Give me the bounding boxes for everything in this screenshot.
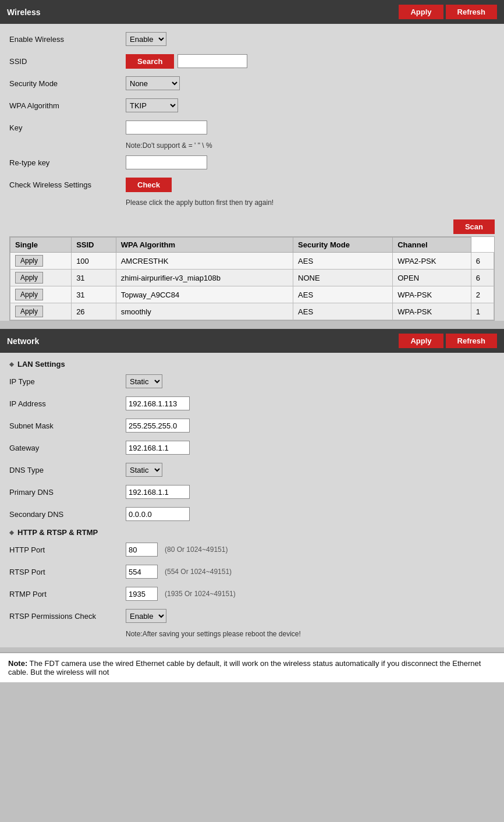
key-note: Note:Do't support & = ' " \ % xyxy=(126,141,495,150)
ssid-label: SSID xyxy=(9,57,126,66)
wpa-algorithm-label: WPA Algorithm xyxy=(9,101,126,110)
wireless-header: Wireless Apply Refresh xyxy=(0,0,504,24)
apply-cell: Apply xyxy=(10,303,72,320)
search-button[interactable]: Search xyxy=(126,54,174,69)
ssid-input[interactable] xyxy=(178,54,247,68)
scan-header: Scan xyxy=(9,217,495,236)
single-cell: 100 xyxy=(72,253,116,270)
retype-key-label: Re-type key xyxy=(9,158,126,167)
check-button[interactable]: Check xyxy=(126,178,172,192)
ip-address-row: IP Address xyxy=(9,395,495,412)
gateway-input[interactable] xyxy=(126,441,190,455)
network-title: Network xyxy=(7,336,39,346)
wireless-panel: Wireless Apply Refresh Enable Wireless E… xyxy=(0,0,504,321)
security-cell: OPEN xyxy=(393,270,471,286)
subnet-mask-label: Subnet Mask xyxy=(9,421,126,430)
dns-type-control: Static DHCP xyxy=(126,463,162,477)
apply-cell: Apply xyxy=(10,286,72,303)
single-cell: 31 xyxy=(72,286,116,303)
ip-address-label: IP Address xyxy=(9,399,126,408)
subnet-mask-input[interactable] xyxy=(126,419,190,433)
col-security: Security Mode xyxy=(293,238,393,253)
wpa-cell: AES xyxy=(293,286,393,303)
wpa-algorithm-select[interactable]: TKIP AES TKIP&AES xyxy=(126,98,178,112)
ssid-control: Search xyxy=(126,54,247,69)
col-single: Single xyxy=(10,238,72,253)
network-header: Network Apply Refresh xyxy=(0,329,504,353)
security-mode-row: Security Mode None WPA-PSK WPA2-PSK xyxy=(9,75,495,91)
ssid-row: SSID Search xyxy=(9,53,495,69)
channel-cell: 2 xyxy=(471,286,494,303)
scan-button[interactable]: Scan xyxy=(453,219,495,234)
ip-type-row: IP Type Static DHCP xyxy=(9,373,495,389)
wireless-header-buttons: Apply Refresh xyxy=(399,5,497,19)
rtsp-perm-select[interactable]: Enable Disable xyxy=(126,609,166,623)
enable-wireless-select[interactable]: Enable Disable xyxy=(126,32,166,46)
single-cell: 31 xyxy=(72,270,116,286)
secondary-dns-control xyxy=(126,507,190,521)
rtsp-port-input[interactable] xyxy=(126,565,158,579)
ip-address-input[interactable] xyxy=(126,396,190,410)
enable-wireless-row: Enable Wireless Enable Disable xyxy=(9,31,495,47)
http-port-row: HTTP Port (80 Or 1024~49151) xyxy=(9,541,495,558)
retype-key-control xyxy=(126,155,207,169)
bottom-note-text: The FDT camera use the wired Ethernet ca… xyxy=(8,659,481,676)
apply-row-button[interactable]: Apply xyxy=(15,306,43,317)
secondary-dns-label: Secondary DNS xyxy=(9,510,126,519)
bottom-note-bold: Note: xyxy=(8,659,27,668)
http-port-control: (80 Or 1024~49151) xyxy=(126,543,228,557)
rtmp-port-input[interactable] xyxy=(126,587,158,601)
wireless-refresh-button[interactable]: Refresh xyxy=(446,5,497,19)
gateway-control xyxy=(126,441,190,455)
ssid-cell: AMCRESTHK xyxy=(116,253,293,270)
network-note: Note:After saving your settings please r… xyxy=(126,630,495,638)
http-rtsp-rtmp-label: HTTP & RTSP & RTMP xyxy=(17,528,98,537)
network-panel: Network Apply Refresh LAN Settings IP Ty… xyxy=(0,329,504,647)
security-mode-select[interactable]: None WPA-PSK WPA2-PSK xyxy=(126,76,180,90)
rtmp-port-row: RTMP Port (1935 Or 1024~49151) xyxy=(9,586,495,602)
wifi-table: Single SSID WPA Algorithm Security Mode … xyxy=(10,237,494,320)
rtsp-perm-row: RTSP Permissions Check Enable Disable xyxy=(9,608,495,624)
apply-cell: Apply xyxy=(10,270,72,286)
key-label: Key xyxy=(9,123,126,132)
secondary-dns-row: Secondary DNS xyxy=(9,506,495,522)
key-row: Key xyxy=(9,119,495,136)
dns-type-row: DNS Type Static DHCP xyxy=(9,462,495,478)
security-cell: WPA-PSK xyxy=(393,303,471,320)
ip-type-control: Static DHCP xyxy=(126,374,162,388)
wpa-cell: AES xyxy=(293,303,393,320)
apply-row-button[interactable]: Apply xyxy=(15,272,43,284)
wifi-table-wrapper: Single SSID WPA Algorithm Security Mode … xyxy=(9,236,495,321)
ip-type-select[interactable]: Static DHCP xyxy=(126,374,162,388)
wpa-algorithm-row: WPA Algorithm TKIP AES TKIP&AES xyxy=(9,97,495,114)
apply-row-button[interactable]: Apply xyxy=(15,289,43,300)
primary-dns-input[interactable] xyxy=(126,485,190,499)
wireless-body: Enable Wireless Enable Disable SSID Sear… xyxy=(0,24,504,214)
rtsp-perm-control: Enable Disable xyxy=(126,609,166,623)
rtsp-port-row: RTSP Port (554 Or 1024~49151) xyxy=(9,564,495,580)
wireless-apply-button[interactable]: Apply xyxy=(399,5,443,19)
network-apply-button[interactable]: Apply xyxy=(399,334,443,348)
channel-cell: 1 xyxy=(471,303,494,320)
http-port-hint: (80 Or 1024~49151) xyxy=(165,545,228,554)
check-note: Please click the apply button first then… xyxy=(126,199,495,207)
network-header-buttons: Apply Refresh xyxy=(399,334,497,348)
primary-dns-control xyxy=(126,485,190,499)
network-refresh-button[interactable]: Refresh xyxy=(446,334,497,348)
lan-settings-label: LAN Settings xyxy=(17,360,65,369)
primary-dns-row: Primary DNS xyxy=(9,484,495,500)
http-port-input[interactable] xyxy=(126,543,158,557)
retype-key-input[interactable] xyxy=(126,155,207,169)
key-input[interactable] xyxy=(126,121,207,134)
wireless-title: Wireless xyxy=(7,8,40,17)
apply-row-button[interactable]: Apply xyxy=(15,255,43,267)
subnet-mask-row: Subnet Mask xyxy=(9,417,495,434)
security-mode-control: None WPA-PSK WPA2-PSK xyxy=(126,76,180,90)
enable-wireless-control: Enable Disable xyxy=(126,32,166,46)
enable-wireless-label: Enable Wireless xyxy=(9,35,126,44)
wpa-cell: AES xyxy=(293,253,393,270)
secondary-dns-input[interactable] xyxy=(126,507,190,521)
dns-type-select[interactable]: Static DHCP xyxy=(126,463,162,477)
apply-cell: Apply xyxy=(10,253,72,270)
key-control xyxy=(126,121,207,134)
